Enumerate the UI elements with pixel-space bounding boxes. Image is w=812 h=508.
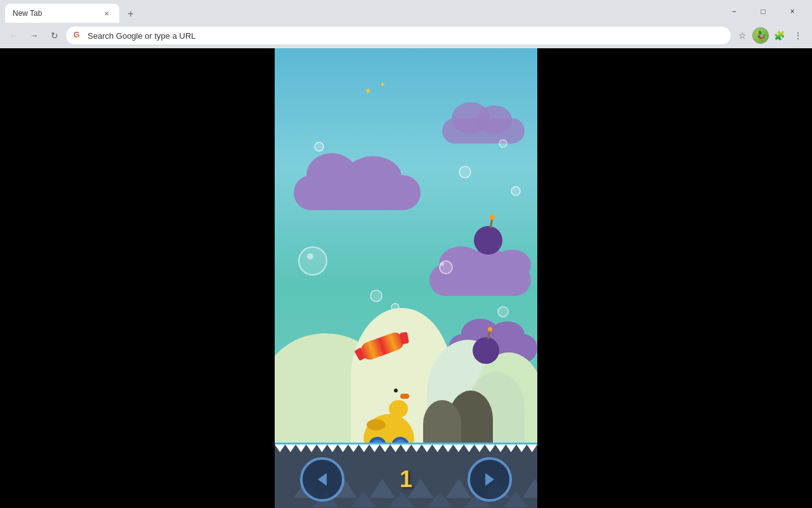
mountain-small-3 [423,400,461,448]
minimize-button[interactable]: − [719,1,749,22]
game-nav: 1 [275,457,537,502]
bookmark-button[interactable]: ☆ [733,27,751,44]
game-ground: 1 [275,444,537,508]
bomb-spark [488,327,492,331]
bomb-1 [474,226,502,255]
extensions-button[interactable]: 🧩 [770,27,788,44]
svg-marker-28 [318,473,327,486]
bomb-2 [473,337,499,364]
toolbar-icons: ☆ 🦆 🧩 ⋮ [733,27,807,44]
forward-button[interactable]: → [25,27,43,44]
chrome-browser: New Tab ✕ + − □ × ← → ↻ G Search Google … [0,0,812,508]
bomb-body [473,337,499,364]
prev-icon [313,470,332,489]
profile-avatar[interactable]: 🦆 [752,27,769,44]
active-tab[interactable]: New Tab ✕ [5,4,119,23]
maximize-button[interactable]: □ [749,1,778,22]
bomb-body [474,226,502,255]
duck-head [389,400,408,418]
tab-title: New Tab [13,9,96,18]
duck-car [363,414,414,446]
menu-button[interactable]: ⋮ [789,27,807,44]
duck-eye [394,389,398,392]
back-button[interactable]: ← [5,27,23,44]
next-icon [480,470,499,489]
duck-beak [400,394,409,399]
title-bar: New Tab ✕ + − □ × [0,0,812,23]
url-text: Search Google or type a URL [88,31,723,41]
next-level-button[interactable] [468,457,512,502]
close-button[interactable]: × [778,1,807,22]
new-tab-button[interactable]: + [122,5,140,23]
level-number: 1 [400,466,412,493]
game-container[interactable]: ✦ ✦ [275,48,537,508]
address-bar: ← → ↻ G Search Google or type a URL ☆ 🦆 … [0,23,812,48]
profile-icon: 🦆 [756,30,766,41]
prev-level-button[interactable] [300,457,344,502]
wave-separator [275,444,537,452]
svg-marker-29 [485,473,494,486]
bomb-spark [490,215,495,220]
google-logo: G [74,30,84,41]
reload-button[interactable]: ↻ [46,27,63,44]
duck-body [363,414,414,446]
tab-strip: New Tab ✕ + [5,0,717,23]
window-controls: − □ × [719,1,807,22]
tab-close-button[interactable]: ✕ [102,8,112,18]
cloud-1 [294,175,421,210]
duck-wing [367,419,386,431]
cloud-2 [442,118,525,144]
browser-content: ✦ ✦ [0,48,812,508]
url-bar[interactable]: G Search Google or type a URL [66,27,731,44]
